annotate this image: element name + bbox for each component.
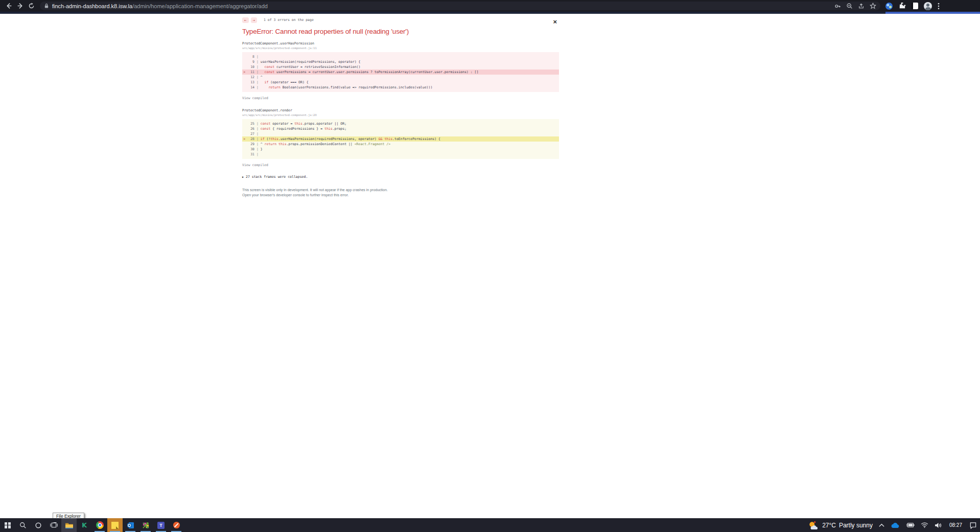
bookmark-star-icon[interactable] bbox=[870, 3, 876, 9]
line-separator: | bbox=[254, 142, 261, 147]
code-token: Boolean(userPermissions.find(value => re… bbox=[281, 85, 432, 89]
code-token: this bbox=[294, 122, 302, 126]
tray-chevron-button[interactable] bbox=[876, 518, 888, 532]
code-text: if (!this.userHasPermission(requiredPerm… bbox=[261, 136, 440, 142]
code-token: this bbox=[384, 137, 392, 141]
volume-tray-button[interactable] bbox=[931, 518, 945, 532]
stack-frame: ProtectedComponent.rendersrc/app/src/mix… bbox=[242, 108, 559, 168]
globe-extension-icon[interactable] bbox=[885, 3, 893, 10]
code-frame[interactable]: 8 | 9 | userHasPermission(requiredPermis… bbox=[242, 52, 559, 92]
zoom-out-icon[interactable] bbox=[846, 3, 853, 9]
code-line: 26 | const { requiredPermissions } = thi… bbox=[242, 126, 559, 131]
task-view-button[interactable] bbox=[46, 518, 61, 532]
code-frame[interactable]: 25 | const operator = this.props.operato… bbox=[242, 119, 559, 159]
square-extension-icon[interactable] bbox=[912, 3, 918, 9]
line-separator: | bbox=[254, 80, 261, 85]
collapsed-frames-toggle[interactable]: ▶ 27 stack frames were collapsed. bbox=[242, 175, 308, 179]
start-button[interactable] bbox=[0, 518, 15, 532]
frame-function-name: ProtectedComponent.userHasPermission bbox=[242, 41, 559, 45]
code-token: userHasPermission(requiredPermissions, o… bbox=[261, 60, 361, 64]
lock-icon bbox=[44, 3, 49, 9]
browser-toolbar: finch-admin-dashboard.k8.isw.la/admin/ho… bbox=[0, 0, 980, 12]
line-number: 10 bbox=[247, 64, 254, 70]
error-line-arrow: > bbox=[242, 70, 247, 75]
weather-icon bbox=[808, 521, 819, 530]
chrome-icon bbox=[96, 521, 104, 529]
line-separator: | bbox=[254, 131, 261, 136]
taskbar-search-button[interactable] bbox=[15, 518, 31, 532]
puzzle-extension-icon[interactable] bbox=[898, 2, 906, 10]
line-separator: | bbox=[254, 85, 261, 90]
code-text: const { requiredPermissions } = this.pro… bbox=[261, 126, 346, 131]
error-line-arrow bbox=[242, 85, 247, 90]
code-text: const currentUser = retrieveSessionInfor… bbox=[261, 64, 361, 70]
error-line-arrow bbox=[242, 147, 247, 152]
code-line: 8 | bbox=[242, 54, 559, 59]
footer-line-2: Open your browser's developer console to… bbox=[242, 193, 559, 198]
wifi-icon bbox=[921, 522, 928, 528]
url-path: /admin/home/application-management/aggre… bbox=[132, 3, 268, 9]
outlook-button[interactable] bbox=[123, 518, 138, 532]
share-icon[interactable] bbox=[858, 3, 865, 9]
error-title: TypeError: Cannot read properties of nul… bbox=[242, 28, 559, 35]
code-text: userHasPermission(requiredPermissions, o… bbox=[261, 59, 361, 64]
profile-avatar[interactable] bbox=[924, 2, 932, 10]
chrome-taskbar-button[interactable] bbox=[92, 518, 107, 532]
line-number: 31 bbox=[247, 152, 254, 157]
code-line: 31 | bbox=[242, 152, 559, 157]
code-line: > 28 | if (!this.userHasPermission(requi… bbox=[242, 136, 559, 142]
close-overlay-button[interactable]: × bbox=[553, 18, 557, 25]
error-counter: 1 of 3 errors on the page bbox=[264, 18, 314, 22]
code-line: 29 | ^ return this.props.permissionDenie… bbox=[242, 142, 559, 147]
cortana-button[interactable] bbox=[31, 518, 46, 532]
wifi-tray-button[interactable] bbox=[918, 518, 931, 532]
next-error-button[interactable]: → bbox=[251, 17, 258, 23]
chevron-up-icon bbox=[879, 523, 884, 527]
code-text: return Boolean(userPermissions.find(valu… bbox=[261, 85, 433, 90]
action-center-button[interactable] bbox=[966, 518, 980, 532]
pen-app-button[interactable] bbox=[169, 518, 184, 532]
code-token: ^ bbox=[261, 142, 265, 146]
code-token: } bbox=[261, 147, 263, 151]
code-text: const userPermissions = currentUser.user… bbox=[261, 70, 479, 75]
code-token bbox=[261, 70, 265, 74]
line-separator: | bbox=[254, 75, 261, 80]
back-button[interactable] bbox=[3, 1, 14, 11]
error-line-arrow: > bbox=[242, 136, 247, 142]
view-compiled-link[interactable]: View compiled bbox=[242, 96, 268, 100]
code-token: (operator === OR) { bbox=[268, 80, 308, 84]
code-line: 9 | userHasPermission(requiredPermission… bbox=[242, 59, 559, 64]
sticky-notes-button[interactable] bbox=[107, 518, 123, 532]
line-separator: | bbox=[254, 152, 261, 157]
code-token: userPermissions = currentUser.user.permi… bbox=[274, 70, 478, 74]
url-bar[interactable]: finch-admin-dashboard.k8.isw.la/admin/ho… bbox=[40, 2, 880, 10]
capture-app-button[interactable] bbox=[138, 518, 153, 532]
file-explorer-button[interactable] bbox=[61, 518, 77, 532]
code-token: .props.operator || OR; bbox=[302, 122, 346, 126]
sticky-notes-icon bbox=[111, 522, 119, 529]
toolbar-accent-strip bbox=[885, 12, 980, 14]
taskbar-clock[interactable]: 08:27 bbox=[945, 518, 966, 532]
onedrive-tray-button[interactable] bbox=[888, 518, 903, 532]
weather-widget[interactable]: 27°C Partly sunny bbox=[805, 518, 876, 532]
key-icon[interactable] bbox=[834, 3, 841, 9]
prev-error-button[interactable]: ← bbox=[242, 17, 249, 23]
menu-dots-icon[interactable] bbox=[938, 3, 940, 10]
back-icon bbox=[6, 3, 12, 9]
k-app-button[interactable]: K bbox=[77, 518, 92, 532]
capture-app-icon bbox=[142, 522, 150, 529]
teams-button[interactable]: T bbox=[153, 518, 169, 532]
code-token: const bbox=[265, 70, 275, 74]
battery-tray-button[interactable] bbox=[903, 518, 918, 532]
line-number: 29 bbox=[247, 142, 254, 147]
forward-button[interactable] bbox=[14, 1, 26, 11]
start-icon bbox=[5, 522, 11, 528]
line-number: 26 bbox=[247, 126, 254, 131]
code-token: if bbox=[261, 137, 265, 141]
frame-file-path: src/app/src/mixins/protected-component.j… bbox=[242, 47, 559, 50]
code-token: currentUser = retrieveSessionInformation… bbox=[274, 65, 360, 69]
view-compiled-link[interactable]: View compiled bbox=[242, 163, 268, 167]
reload-button[interactable] bbox=[26, 1, 37, 11]
code-token: .props; bbox=[333, 127, 346, 131]
task-view-icon bbox=[50, 522, 58, 528]
